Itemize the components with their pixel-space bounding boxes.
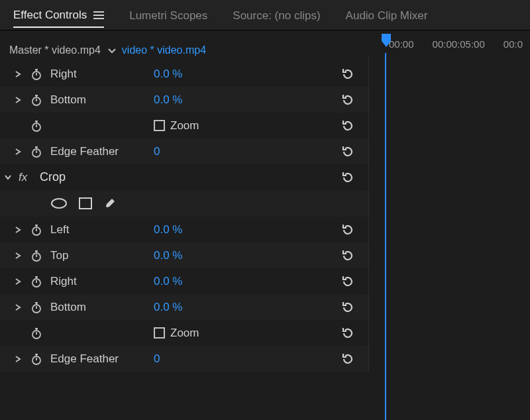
collapse-icon[interactable]	[4, 174, 19, 182]
clip-dropdown-icon[interactable]	[107, 46, 117, 55]
stopwatch-icon[interactable]	[30, 276, 50, 288]
reset-icon[interactable]	[338, 301, 358, 314]
time-ruler[interactable]: 00:00 00:00:05:00 00:0	[369, 30, 530, 57]
reset-icon[interactable]	[338, 171, 358, 184]
expand-icon[interactable]	[15, 356, 30, 362]
svg-point-19	[52, 199, 66, 208]
ruler-tick: 00:0	[504, 38, 523, 50]
fx-badge[interactable]: fx	[19, 171, 40, 184]
property-crop-right: Right 0.0 %	[0, 268, 368, 294]
playhead-icon[interactable]	[381, 33, 392, 48]
tab-effect-controls[interactable]: Effect Controls	[13, 9, 104, 28]
property-zoom: Zoom	[0, 113, 368, 138]
effect-name: Crop	[40, 170, 143, 184]
property-crop-edge-feather: Edge Feather 0	[0, 346, 368, 372]
reset-icon[interactable]	[338, 93, 358, 107]
property-crop-top: Top 0.0 %	[0, 242, 368, 268]
stopwatch-icon[interactable]	[30, 327, 50, 339]
stopwatch-icon[interactable]	[30, 94, 50, 106]
expand-icon[interactable]	[15, 252, 30, 259]
property-value[interactable]: 0.0 %	[154, 301, 253, 314]
property-label: Bottom	[50, 301, 154, 314]
property-label: Right	[50, 275, 154, 288]
stopwatch-icon[interactable]	[30, 250, 50, 262]
ruler-tick: 00:00:05:00	[433, 38, 485, 50]
property-value[interactable]: 0.0 %	[154, 249, 253, 262]
property-label: Left	[50, 223, 154, 236]
zoom-label: Zoom	[170, 119, 199, 132]
stopwatch-icon[interactable]	[30, 224, 50, 236]
property-value[interactable]: 0	[154, 145, 253, 158]
current-clip-label[interactable]: video * video.mp4	[122, 44, 206, 56]
property-label: Edge Feather	[50, 145, 154, 158]
tab-lumetri-scopes[interactable]: Lumetri Scopes	[129, 9, 207, 27]
reset-icon[interactable]	[338, 327, 358, 340]
property-bottom: Bottom 0.0 %	[0, 87, 368, 113]
property-label: Right	[50, 68, 154, 81]
property-right: Right 0.0 %	[0, 61, 368, 87]
zoom-checkbox[interactable]	[154, 327, 165, 339]
expand-icon[interactable]	[15, 97, 30, 103]
tab-label: Effect Controls	[13, 9, 87, 22]
property-label: Edge Feather	[50, 352, 154, 366]
panel-tabs: Effect Controls Lumetri Scopes Source: (…	[0, 0, 530, 30]
effect-crop-header[interactable]: fx Crop	[0, 164, 368, 190]
property-edge-feather: Edge Feather 0	[0, 138, 368, 164]
reset-icon[interactable]	[338, 223, 358, 236]
reset-icon[interactable]	[338, 249, 358, 262]
keyframe-timeline[interactable]: 00:00 00:00:05:00 00:0	[368, 57, 530, 372]
reset-icon[interactable]	[338, 68, 358, 81]
expand-icon[interactable]	[15, 278, 30, 285]
tab-source[interactable]: Source: (no clips)	[233, 9, 320, 27]
property-crop-left: Left 0.0 %	[0, 217, 368, 242]
panel-menu-icon[interactable]	[93, 11, 104, 19]
stopwatch-icon[interactable]	[30, 120, 50, 132]
master-clip-label: Master * video.mp4	[9, 44, 101, 56]
expand-icon[interactable]	[15, 304, 30, 311]
playhead-line[interactable]	[385, 53, 386, 420]
effect-properties: Right 0.0 % Bottom 0.0 % Zoom	[0, 57, 368, 372]
stopwatch-icon[interactable]	[30, 146, 50, 158]
expand-icon[interactable]	[15, 227, 30, 233]
tab-audio-clip-mixer[interactable]: Audio Clip Mixer	[346, 9, 428, 27]
property-value[interactable]: 0.0 %	[154, 275, 253, 288]
property-value[interactable]: 0.0 %	[154, 93, 253, 107]
stopwatch-icon[interactable]	[30, 68, 50, 80]
property-value[interactable]: 0.0 %	[154, 68, 253, 81]
expand-icon[interactable]	[15, 71, 30, 78]
expand-icon[interactable]	[15, 148, 30, 155]
mask-pen-icon[interactable]	[103, 197, 117, 210]
mask-rect-icon[interactable]	[78, 197, 93, 210]
stopwatch-icon[interactable]	[30, 301, 50, 313]
property-crop-bottom: Bottom 0.0 %	[0, 294, 368, 320]
property-label: Top	[50, 249, 154, 262]
property-value[interactable]: 0	[154, 352, 253, 366]
property-crop-zoom: Zoom	[0, 320, 368, 346]
property-label: Bottom	[50, 93, 154, 107]
svg-rect-20	[80, 198, 91, 209]
svg-point-21	[105, 207, 107, 208]
ruler-tick: 00:00	[389, 38, 414, 50]
zoom-label: Zoom	[170, 327, 199, 340]
property-value[interactable]: 0.0 %	[154, 223, 253, 236]
reset-icon[interactable]	[338, 119, 358, 132]
mask-ellipse-icon[interactable]	[50, 197, 68, 210]
reset-icon[interactable]	[338, 275, 358, 288]
zoom-checkbox[interactable]	[154, 120, 165, 131]
reset-icon[interactable]	[338, 352, 358, 366]
mask-tools	[0, 190, 368, 217]
reset-icon[interactable]	[338, 145, 358, 158]
stopwatch-icon[interactable]	[30, 353, 50, 365]
